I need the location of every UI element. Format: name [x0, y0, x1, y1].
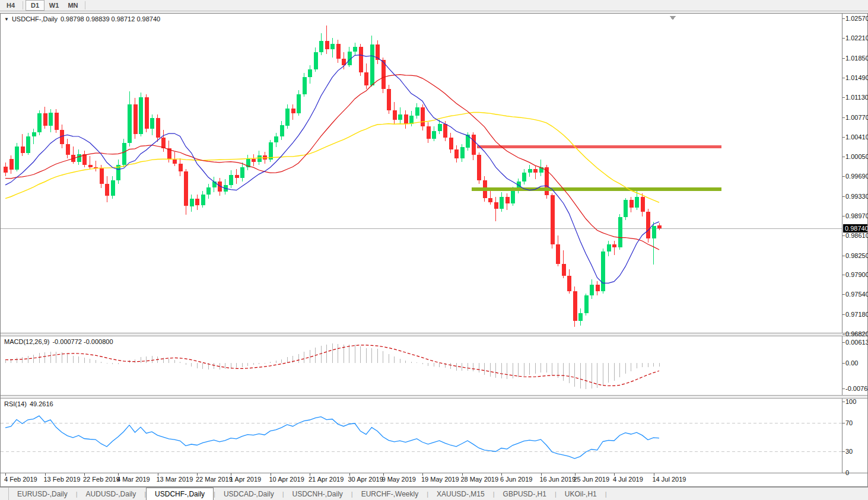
macd-tick-label: 0.00 [845, 359, 858, 367]
tab-ukoil-h1[interactable]: UKOil-,H1 [557, 488, 605, 500]
date-tick-label: 21 Apr 2019 [309, 476, 344, 483]
tab-xauusd-m15[interactable]: XAUUSD-,M15 [428, 488, 493, 500]
tab-usdchf-daily[interactable]: USDCHF-,Daily [146, 488, 214, 500]
macd-tick [842, 342, 845, 343]
price-tick [842, 58, 845, 59]
price-tick-label: 0.98250 [845, 252, 868, 259]
macd-canvas[interactable] [1, 336, 843, 395]
date-tick-label: 9 May 2019 [382, 476, 416, 483]
date-axis[interactable]: 4 Feb 201913 Feb 201922 Feb 20194 Mar 20… [1, 473, 867, 486]
tab-eurusd-daily[interactable]: EURUSD-,Daily [9, 488, 76, 500]
price-tick-label: 0.97540 [845, 291, 868, 298]
tab-eurchf-weekly[interactable]: EURCHF-,Weekly [353, 488, 427, 500]
rsi-tick [842, 402, 845, 402]
price-tick-label: 1.01130 [845, 94, 868, 101]
price-tick-label: 0.98610 [845, 232, 868, 239]
price-tick-label: 0.99330 [845, 193, 868, 200]
timeframe-button-w1[interactable]: W1 [44, 0, 63, 11]
price-tick [842, 314, 845, 315]
chart-shift-marker [670, 16, 676, 20]
date-tick-label: 13 Mar 2019 [157, 476, 193, 483]
price-tick [842, 117, 845, 118]
timeframe-button-mn[interactable]: MN [63, 0, 82, 11]
tab-audusd-daily[interactable]: AUDUSD-,Daily [78, 488, 145, 500]
date-tick-label: 22 Mar 2019 [196, 476, 233, 483]
macd-histogram [5, 343, 659, 388]
price-tick-label: 1.02570 [845, 15, 868, 22]
price-tick [842, 235, 845, 236]
date-tick-label: 25 Jun 2019 [574, 476, 610, 483]
price-tick [842, 216, 845, 216]
price-axis[interactable]: 1.025701.022101.018501.014901.011301.007… [842, 14, 867, 333]
rsi-tick-label: 100 [845, 398, 856, 405]
rsi-axis[interactable]: 10070300 [842, 399, 867, 473]
price-tick [842, 97, 845, 98]
date-tick-label: 10 Apr 2019 [269, 476, 304, 483]
price-tick [842, 38, 845, 39]
price-tick [842, 196, 845, 197]
toolbar-separator [85, 1, 85, 9]
date-tick-label: 4 Jul 2019 [613, 476, 643, 483]
rsi-pane: RSI(14) 49.2616 10070300 [1, 399, 867, 473]
date-tick-label: 14 Jul 2019 [653, 476, 686, 483]
date-tick-label: 16 Jun 2019 [540, 476, 576, 483]
date-tick-label: 19 May 2019 [421, 476, 459, 483]
macd-tick [842, 388, 845, 389]
price-chart-canvas[interactable] [1, 14, 843, 333]
tab-separator: | [605, 488, 607, 500]
date-tick-label: 22 Feb 2019 [83, 476, 120, 483]
rsi-tick [842, 451, 845, 452]
tab-usdcnh-daily[interactable]: USDCNH-,Daily [284, 488, 351, 500]
terminal-window: H4D1W1MN ▼ USDCHF-,Daily 0.98798 0.98839… [0, 0, 868, 500]
price-tick [842, 275, 845, 275]
price-tick-label: 1.00050 [845, 153, 868, 160]
macd-name: MACD(12,26,9) [4, 338, 49, 345]
tab-bar: EURUSD-,Daily|AUDUSD-,Daily|USDCHF-,Dail… [0, 487, 868, 500]
timeframe-button-d1[interactable]: D1 [26, 0, 44, 11]
rsi-tick [842, 423, 845, 423]
price-tick-label: 0.98970 [845, 212, 868, 219]
chart-title-arrow-icon: ▼ [4, 17, 9, 22]
macd-values: -0.000772 -0.000800 [52, 338, 113, 345]
price-tick [842, 78, 845, 78]
date-tick-label: 13 Feb 2019 [44, 476, 81, 483]
candles [4, 26, 662, 327]
macd-axis[interactable]: 0.006130.00-0.007612 [842, 336, 867, 395]
rsi-name: RSI(14) [4, 400, 27, 407]
price-tick-label: 0.99690 [845, 173, 868, 180]
price-tick [842, 137, 845, 138]
macd-tick-label: 0.00613 [845, 339, 868, 346]
tab-usdcad-daily[interactable]: USDCAD-,Daily [215, 488, 282, 500]
price-tick [842, 157, 845, 157]
price-tick [842, 256, 845, 256]
date-tick-label: 4 Mar 2019 [117, 476, 150, 483]
date-tick-label: 6 Jun 2019 [500, 476, 532, 483]
rsi-value: 49.2616 [30, 400, 53, 407]
current-price-tag: 0.98740 [843, 224, 867, 233]
timeframe-button-h4[interactable]: H4 [1, 0, 20, 11]
price-tick-label: 0.97180 [845, 311, 868, 318]
ma-mid-line [5, 75, 659, 250]
date-tick-label: 1 Apr 2019 [230, 476, 261, 483]
chart-window: ▼ USDCHF-,Daily 0.98798 0.98839 0.98712 … [0, 13, 868, 487]
price-tick-label: 1.00410 [845, 133, 868, 141]
rsi-canvas[interactable] [1, 399, 843, 473]
tab-gbpusd-h1[interactable]: GBPUSD-,H1 [495, 488, 555, 500]
rsi-line [5, 416, 659, 458]
chart-title: ▼ USDCHF-,Daily 0.98798 0.98839 0.98712 … [4, 15, 160, 23]
price-tick-label: 1.02210 [845, 34, 868, 42]
macd-pane: MACD(12,26,9) -0.000772 -0.000800 0.0061… [1, 336, 867, 395]
date-tick-label: 28 May 2019 [461, 476, 499, 483]
rsi-tick-label: 0 [845, 469, 849, 476]
main-chart-pane: ▼ USDCHF-,Daily 0.98798 0.98839 0.98712 … [1, 14, 867, 333]
toolbar-separator [23, 1, 23, 9]
rsi-label: RSI(14) 49.2616 [4, 400, 53, 407]
macd-tick [842, 363, 845, 364]
macd-label: MACD(12,26,9) -0.000772 -0.000800 [4, 338, 113, 345]
price-tick-label: 0.97900 [845, 271, 868, 278]
rsi-tick [842, 473, 845, 473]
timeframe-toolbar: H4D1W1MN [0, 0, 868, 11]
price-tick-label: 1.01490 [845, 74, 868, 81]
macd-tick-label: -0.007612 [845, 385, 868, 392]
price-tick [842, 18, 845, 19]
